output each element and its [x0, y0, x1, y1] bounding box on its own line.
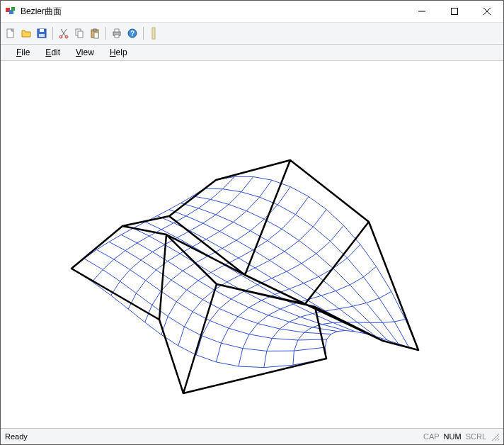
drawing-canvas[interactable] [1, 61, 503, 428]
grip-icon [151, 26, 157, 40]
copy-icon [74, 28, 85, 39]
save-icon [36, 28, 47, 39]
minimize-icon [418, 8, 425, 15]
close-button[interactable] [471, 1, 503, 22]
save-button[interactable] [35, 26, 49, 40]
app-window: Bezier曲面 [0, 0, 504, 445]
toolbar-separator [52, 27, 53, 40]
cut-button[interactable] [57, 26, 71, 40]
statusbar: Ready CAP NUM SCRL [1, 428, 503, 444]
titlebar: Bezier曲面 [1, 1, 503, 23]
svg-rect-17 [115, 35, 119, 38]
paste-icon [89, 28, 101, 39]
close-icon [483, 8, 491, 15]
toolbar-separator [143, 27, 144, 40]
menu-help[interactable]: Help [107, 46, 130, 59]
svg-rect-2 [11, 7, 15, 11]
paste-button[interactable] [88, 26, 102, 40]
svg-rect-16 [115, 29, 119, 32]
svg-point-8 [59, 35, 62, 38]
maximize-icon [451, 8, 458, 15]
svg-rect-11 [78, 31, 83, 38]
toolbar-separator [105, 27, 106, 40]
svg-rect-3 [452, 9, 458, 15]
open-button[interactable] [19, 26, 33, 40]
open-folder-icon [21, 28, 32, 39]
menu-file[interactable]: File [13, 46, 33, 59]
cut-icon [58, 28, 69, 39]
svg-point-9 [65, 35, 68, 38]
svg-rect-6 [40, 29, 44, 32]
copy-button[interactable] [72, 26, 86, 40]
print-icon [111, 28, 122, 39]
new-file-icon [5, 28, 16, 39]
toolbar: ? [1, 23, 503, 45]
menubar: File Edit View Help [1, 45, 503, 61]
svg-rect-14 [94, 33, 98, 38]
bezier-surface [1, 61, 503, 428]
menu-view[interactable]: View [73, 46, 97, 59]
numlock-indicator: NUM [444, 432, 462, 441]
window-title: Bezier曲面 [21, 6, 62, 18]
app-icon [5, 6, 16, 17]
print-button[interactable] [110, 26, 124, 40]
resize-grip-icon[interactable] [491, 432, 499, 441]
menu-edit[interactable]: Edit [42, 46, 63, 59]
svg-rect-13 [93, 29, 96, 31]
minimize-button[interactable] [406, 1, 438, 22]
svg-rect-7 [39, 34, 45, 37]
help-icon: ? [127, 28, 138, 39]
about-button[interactable]: ? [125, 26, 139, 40]
maximize-button[interactable] [438, 1, 471, 22]
capslock-indicator: CAP [423, 432, 440, 441]
svg-rect-20 [152, 28, 155, 39]
toolbar-grip[interactable] [147, 26, 161, 40]
status-text: Ready [5, 432, 419, 441]
new-button[interactable] [4, 26, 18, 40]
scrolllock-indicator: SCRL [466, 432, 486, 441]
svg-text:?: ? [130, 30, 134, 38]
